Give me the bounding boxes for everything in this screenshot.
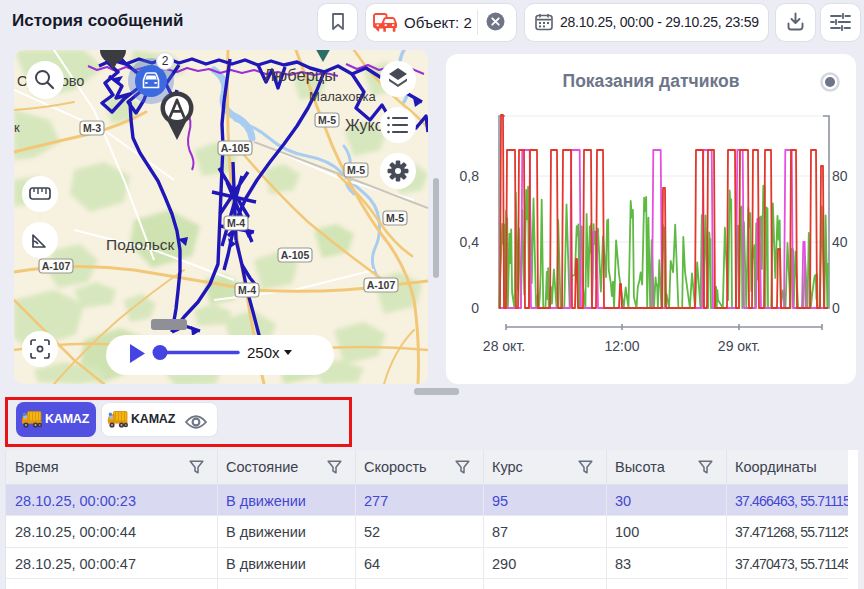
svg-text:М-4: М-4 (238, 284, 256, 296)
svg-text:М-5: М-5 (347, 164, 365, 176)
svg-text:80: 80 (832, 168, 848, 184)
svg-text:250x: 250x (247, 344, 280, 361)
svg-text:Малаховка: Малаховка (309, 89, 376, 104)
svg-text:12:00: 12:00 (604, 338, 639, 354)
svg-text:А-105: А-105 (221, 142, 250, 154)
svg-text:0,8: 0,8 (460, 168, 480, 184)
svg-text:А-105: А-105 (281, 249, 310, 261)
svg-text:2: 2 (162, 54, 169, 68)
svg-text:0,4: 0,4 (460, 234, 480, 250)
svg-text:Показания датчиков: Показания датчиков (563, 71, 740, 91)
svg-text:М-5: М-5 (386, 212, 404, 224)
svg-text:М-4: М-4 (227, 217, 245, 229)
svg-text:0: 0 (832, 300, 840, 316)
svg-text:28 окт.: 28 окт. (483, 338, 525, 354)
svg-text:А-107: А-107 (367, 279, 396, 291)
svg-text:М-5: М-5 (318, 114, 336, 126)
svg-text:Подольск: Подольск (106, 236, 175, 253)
svg-text:А-107: А-107 (42, 260, 71, 272)
svg-text:29 окт.: 29 окт. (718, 338, 760, 354)
svg-text:40: 40 (832, 234, 848, 250)
svg-text:М-3: М-3 (83, 122, 101, 134)
svg-text:Люберцы: Люберцы (264, 66, 336, 84)
svg-text:к: к (14, 120, 20, 135)
svg-text:0: 0 (471, 300, 479, 316)
